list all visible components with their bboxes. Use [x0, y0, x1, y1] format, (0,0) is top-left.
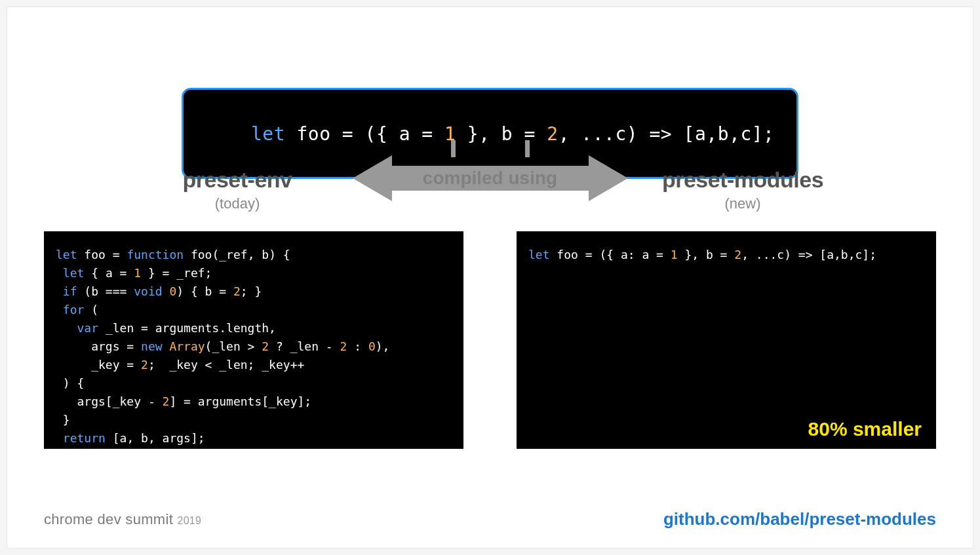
size-badge: 80% smaller	[808, 420, 922, 438]
left-output-code: let foo = function foo(_ref, b) { let { …	[56, 248, 389, 463]
footer-link[interactable]: github.com/babel/preset-modules	[663, 509, 936, 529]
right-output-pane: let foo = ({ a: a = 1 }, b = 2, ...c) =>…	[517, 231, 936, 449]
slide: let foo = ({ a = 1 }, b = 2, ...c) => [a…	[7, 7, 973, 548]
right-subtitle: (new)	[549, 195, 936, 212]
right-column-heading: preset-modules (new)	[549, 167, 936, 212]
footer-left: chrome dev summit 2019	[44, 511, 201, 528]
event-year: 2019	[177, 515, 201, 526]
left-column-heading: preset-env (today)	[44, 167, 431, 212]
left-title: preset-env	[44, 167, 431, 193]
right-output-code: let foo = ({ a: a = 1 }, b = 2, ...c) =>…	[528, 248, 876, 261]
left-output-pane: let foo = function foo(_ref, b) { let { …	[44, 231, 463, 449]
right-title: preset-modules	[549, 167, 936, 193]
event-name: chrome dev summit	[44, 511, 173, 527]
left-subtitle: (today)	[44, 195, 431, 212]
